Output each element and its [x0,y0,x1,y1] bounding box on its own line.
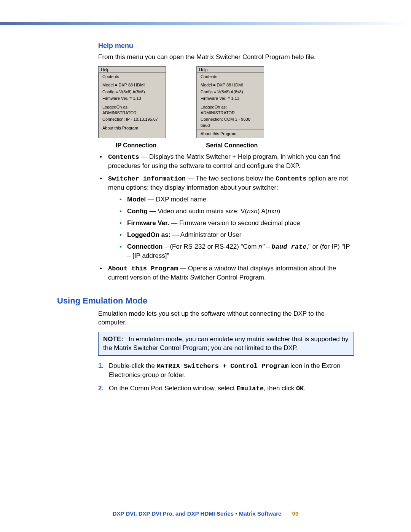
footer-text: DXP DVI, DXP DVI Pro, and DXP HDMI Serie… [113,510,282,517]
menu-serial-contents[interactable]: Contents [197,73,264,80]
sub-conn-r1: – (For RS-232 or RS-422) "Com [163,243,259,250]
note-box: NOTE: In emulation mode, you can emulate… [98,332,354,356]
sub-config-i2: n [254,208,257,215]
bullet-switcher-mid: — The two sections below the [186,175,276,182]
page-content: Help menu From this menu you can open th… [57,42,354,398]
sub-conn-i1: n" – [258,243,271,250]
step2-b: , then click [264,385,296,392]
sub-connection: Connection – (For RS-232 or RS-422) "Com… [119,243,354,260]
note-text: In emulation mode, you can emulate any m… [103,335,348,351]
emulation-intro: Emulation mode lets you set up the softw… [98,310,354,327]
menu-captions: IP Connection Serial Connection [116,142,354,149]
sub-config: Config — Video and audio matrix size: V(… [119,207,354,216]
step2-c: . [304,385,306,392]
menu-serial-connection: Connection: COM 1 - 9600 baud [197,116,264,129]
sub-conn-c1: baud rate [272,243,307,251]
help-menu-intro: From this menu you can open the Matrix S… [98,53,354,62]
help-menus-row: Help Contents Model = DXP 88 HDMI Config… [98,66,354,139]
step-1: Double-click the MATRIX Switchers + Cont… [98,362,354,380]
sub-logged: LoggedOn as: — Administrator or User [119,231,354,240]
bullet-about: About this Program — Opens a window that… [98,264,354,282]
step-2: On the Comm Port Selection window, selec… [98,384,354,393]
menu-ip-connection: Connection: IP - 10.13.195.67 [99,116,166,123]
menu-ip-contents[interactable]: Contents [99,73,166,80]
menu-ip-config: Config = V(8x8) A(8x8) [99,89,166,95]
sub-fw-r: — Firmware version to second decimal pla… [169,219,300,227]
menu-serial-about[interactable]: About this Program [197,131,264,137]
sub-logged-b: LoggedOn as: [127,231,170,238]
sub-config-r1: — Video and audio matrix size: V( [148,208,247,215]
menu-serial-logged: LoggedOn as: ADMINISTRATOR [197,104,264,117]
help-menu-heading: Help menu [98,42,354,50]
sub-model: Model — DXP model name [119,195,354,204]
menu-serial-firmware: Firmware Ver. = 1.13 [197,95,264,102]
sub-config-r2: x [251,208,254,215]
menu-ip-title[interactable]: Help [99,67,166,73]
bullet-contents: Contents — Displays the Matrix Switcher … [98,153,354,171]
menu-ip-firmware: Firmware Ver. = 1.13 [99,95,166,102]
caption-serial: Serial Connection [206,142,258,149]
sub-config-r3: ) A( [258,208,268,215]
sub-firmware: Firmware Ver. — Firmware version to seco… [119,219,354,228]
step2-a: On the Comm Port Selection window, selec… [109,385,236,392]
sub-model-r: — DXP model name [146,196,206,203]
sub-config-i4: n [274,208,278,215]
menu-serial-title[interactable]: Help [197,67,264,73]
menu-ip-about[interactable]: About this Program [99,125,166,131]
bullet-switcher-code: Switcher information [108,175,186,182]
step2-code2: OK [296,385,304,392]
menu-ip-model: Model = DXP 88 HDMI [99,82,166,88]
step1-code: MATRIX Switchers + Control Program [157,363,289,370]
step1-a: Double-click the [109,362,157,369]
sub-conn-b: Connection [127,243,163,250]
switcher-sub-bullets: Model — DXP model name Config — Video an… [119,195,354,260]
bullet-contents-code: Contents [108,153,139,161]
step2-code1: Emulate [236,385,263,392]
bullet-switcher-code2: Contents [276,175,307,182]
bullet-switcher: Switcher information — The two sections … [98,174,354,260]
footer-pagenum: 99 [292,510,299,517]
help-menu-ip: Help Contents Model = DXP 88 HDMI Config… [98,66,166,139]
note-label: NOTE: [103,335,123,343]
menu-serial-config: Config = V(8x8) A(8x8) [197,89,264,95]
menu-ip-logged: LoggedOn as: ADMINISTRATOR [99,104,166,117]
page-footer: DXP DVI, DXP DVI Pro, and DXP HDMI Serie… [0,510,411,517]
menu-serial-model: Model = DXP 88 HDMI [197,82,264,88]
sub-config-b: Config [127,208,148,215]
help-top-bullets: Contents — Displays the Matrix Switcher … [98,153,354,282]
bullet-about-code: About this Program [108,265,178,272]
page-top-gradient [0,22,411,25]
sub-config-i3: n [268,208,271,215]
sub-config-r4: x [271,208,275,215]
sub-config-r5: ) [278,208,280,215]
sub-logged-r: — Administrator or User [170,231,241,238]
bullet-contents-rest: — Displays the Matrix Switcher + Help pr… [108,153,341,169]
help-menu-serial: Help Contents Model = DXP 88 HDMI Config… [196,66,264,139]
sub-model-b: Model [127,196,146,203]
emulation-heading: Using Emulation Mode [57,296,354,306]
emulation-steps: Double-click the MATRIX Switchers + Cont… [98,362,354,393]
sub-config-i1: n [247,208,250,215]
caption-ip: IP Connection [116,142,156,149]
sub-fw-b: Firmware Ver. [127,219,169,227]
